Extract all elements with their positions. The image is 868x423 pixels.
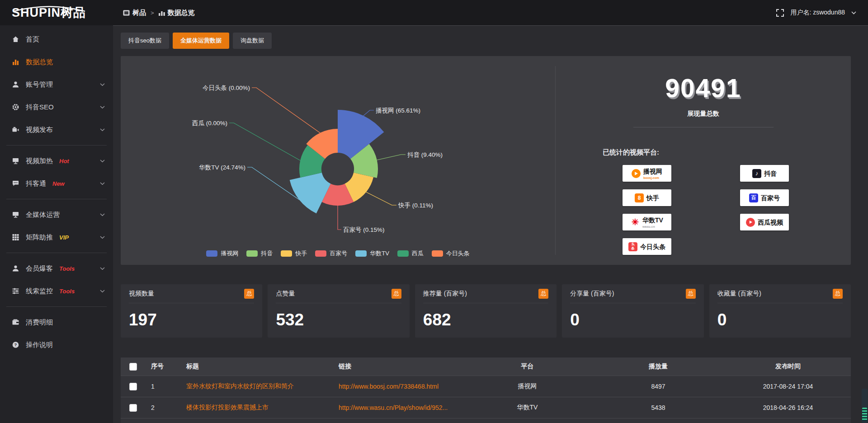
breadcrumb-current[interactable]: 数据总览 <box>159 9 195 17</box>
user-icon <box>11 80 19 89</box>
chart-legend: 播视网抖音快手百家号华数TV西瓜今日头条 <box>121 249 555 258</box>
sidebar-item-home[interactable]: 首页 <box>0 28 113 51</box>
column-header: 标题 <box>181 362 333 371</box>
time-cell: 2017-08-24 17:04 <box>725 383 851 390</box>
scrollbar[interactable] <box>862 389 868 423</box>
platforms-label: 已统计的视频平台: <box>603 148 851 157</box>
videos-table: 序号标题链接平台播放量发布时间1室外水纹灯和室内水纹灯的区别和简介http://… <box>121 357 851 423</box>
stat-value: 682 <box>423 310 548 329</box>
tab-douyin-seo-data[interactable]: 抖音seo数据 <box>121 33 169 49</box>
url-link[interactable]: http://www.boosj.com/7338468.html <box>333 383 463 390</box>
title-link[interactable]: 楼体投影灯投影效果震撼上市 <box>181 404 333 412</box>
total-badge: 总 <box>538 289 548 299</box>
platform-name: 播视网 <box>643 168 662 175</box>
stat-card-collect-count: 收藏量 (百家号)总0 <box>709 284 851 338</box>
platform-name: 华数TV <box>642 216 663 224</box>
sidebar-item-data-overview[interactable]: 数据总览 <box>0 51 113 73</box>
sidebar-item-video-publish[interactable]: 视频发布 <box>0 118 113 141</box>
sidebar-divider <box>6 253 107 253</box>
platform-badge-douyin: ♪抖音 <box>740 165 789 182</box>
url-link[interactable]: http://www.wasu.cn/Play/show/id/952... <box>333 404 463 411</box>
stat-label: 分享量 (百家号) <box>570 290 614 298</box>
legend-label: 华数TV <box>370 249 389 258</box>
table-header-row: 序号标题链接平台播放量发布时间 <box>121 357 851 376</box>
sidebar-item-clue-monitor[interactable]: 线索监控Tools <box>0 280 113 302</box>
publish-icon <box>11 126 19 134</box>
sidebar-item-douketong[interactable]: 抖客通New <box>0 172 113 195</box>
legend-label: 播视网 <box>221 249 238 258</box>
xigua-logo-icon <box>746 218 755 227</box>
bar-chart-icon <box>159 10 165 16</box>
summary-section: 90491 展现量总数 已统计的视频平台: 播视网boosj.com8快手✳华数… <box>556 56 851 265</box>
label-line <box>366 192 396 205</box>
stat-label: 收藏量 (百家号) <box>717 290 761 298</box>
plays-cell: 8497 <box>591 383 725 390</box>
stat-card-header: 收藏量 (百家号)总 <box>717 284 843 303</box>
legend-item-快手[interactable]: 快手 <box>281 249 307 258</box>
pie-label: 播视网 (65.61%) <box>376 107 420 114</box>
sidebar-item-consumption[interactable]: 消费明细 <box>0 311 113 334</box>
sidebar-item-matrix-boost[interactable]: 矩阵助推VIP <box>0 226 113 249</box>
label-line <box>363 110 374 116</box>
legend-item-西瓜[interactable]: 西瓜 <box>397 249 424 258</box>
chevron-down-icon[interactable] <box>851 11 856 14</box>
seq-cell: 1 <box>146 383 181 390</box>
sidebar-item-help[interactable]: ?操作说明 <box>0 334 113 356</box>
stat-card-like-count: 点赞量总532 <box>268 284 409 338</box>
sidebar-item-omnimedia[interactable]: 全媒体运营 <box>0 203 113 226</box>
help-icon: ? <box>11 341 19 349</box>
sidebar-item-label: 账号管理 <box>26 80 53 89</box>
grid-icon <box>11 233 19 241</box>
platform-name: 西瓜视频 <box>758 219 783 226</box>
legend-item-抖音[interactable]: 抖音 <box>246 249 273 258</box>
column-header: 发布时间 <box>725 362 851 371</box>
app-logo: SHUPIN树品 <box>0 5 113 21</box>
select-all-checkbox[interactable] <box>129 363 137 371</box>
sidebar-item-member-burst[interactable]: 会员爆客Tools <box>0 257 113 280</box>
total-badge: 总 <box>686 289 696 299</box>
stat-card-video-count: 视频数量总197 <box>121 284 262 338</box>
total-badge: 总 <box>833 289 843 299</box>
legend-label: 今日头条 <box>446 249 470 258</box>
stat-card-header: 分享量 (百家号)总 <box>570 284 695 303</box>
legend-swatch <box>315 250 326 257</box>
fullscreen-icon[interactable] <box>776 9 784 17</box>
username-label[interactable]: 用户名: zswodun88 <box>790 9 845 17</box>
total-badge: 总 <box>244 289 254 299</box>
rose-pie-chart: 播视网 (65.61%)抖音 (9.40%)快手 (0.11%)百家号 (0.1… <box>121 56 546 259</box>
sliders-icon <box>11 287 19 295</box>
logo-arc-icon <box>11 5 88 12</box>
pie-label: 西瓜 (0.00%) <box>192 120 227 127</box>
stat-value: 532 <box>276 310 401 329</box>
sidebar-item-tag: Hot <box>59 158 69 164</box>
pie-slice-华数TV[interactable] <box>290 173 331 213</box>
legend-swatch <box>432 250 443 257</box>
sidebar-item-account[interactable]: 账号管理 <box>0 73 113 96</box>
sidebar-divider <box>6 145 107 146</box>
sidebar-item-video-heat[interactable]: 视频加热Hot <box>0 150 113 172</box>
plays-cell: 5438 <box>591 404 725 411</box>
sidebar-item-douyin-seo[interactable]: 抖音SEO <box>0 96 113 118</box>
sidebar-item-label: 矩阵助推 <box>26 233 53 242</box>
sidebar-item-tag: New <box>52 180 65 187</box>
legend-item-播视网[interactable]: 播视网 <box>206 249 238 258</box>
legend-item-华数TV[interactable]: 华数TV <box>355 249 389 258</box>
breadcrumb-root[interactable]: 树品 <box>123 9 146 17</box>
label-line <box>338 206 341 230</box>
row-checkbox[interactable] <box>129 404 137 412</box>
total-badge: 总 <box>392 289 401 299</box>
sidebar-item-label: 抖客通 <box>26 179 46 188</box>
legend-item-百家号[interactable]: 百家号 <box>315 249 347 258</box>
summary-divider <box>633 127 774 127</box>
platform-badge-wasu: ✳华数TVwasu.cn <box>623 214 671 230</box>
time-cell: 2018-04-26 16:24 <box>725 404 851 411</box>
breadcrumb: 树品 > 数据总览 <box>123 9 195 17</box>
legend-label: 西瓜 <box>412 249 424 258</box>
title-link[interactable]: 室外水纹灯和室内水纹灯的区别和简介 <box>181 382 333 390</box>
legend-swatch <box>206 250 217 257</box>
row-checkbox[interactable] <box>129 383 137 390</box>
legend-item-今日头条[interactable]: 今日头条 <box>432 249 470 258</box>
tab-omnimedia-data[interactable]: 全媒体运营数据 <box>173 33 229 49</box>
column-header: 平台 <box>463 362 591 371</box>
tab-inquiry-data[interactable]: 询盘数据 <box>233 33 272 49</box>
